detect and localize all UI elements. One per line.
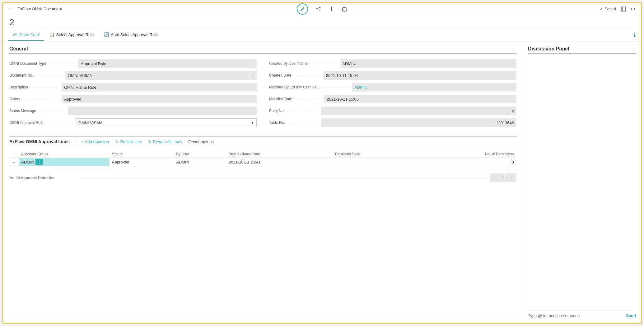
value-omni-document-type: Approval Rule ··· <box>78 59 257 68</box>
discussion-messages <box>528 59 636 310</box>
input-status-message[interactable] <box>68 106 257 115</box>
main-content: General OMNI Document Type Approval Rule… <box>3 41 641 323</box>
approver-group-link[interactable]: ADMIN <box>21 160 34 164</box>
label-modified-by: Modified By ExFlow User Na... <box>269 85 349 89</box>
row-menu-button[interactable]: ⋮ <box>35 159 43 165</box>
plus-icon: + <box>81 139 84 144</box>
field-status: Status Approved <box>9 95 257 103</box>
saved-status: ✓ Saved <box>600 7 616 11</box>
collapse-icon <box>631 7 636 12</box>
col-header-status: Status <box>110 151 174 158</box>
approval-section-title: ExFlow OMNI Approval Lines <box>9 139 75 144</box>
col-header-approver-group: Approver Group <box>19 151 110 158</box>
label-document-no: Document No. <box>9 73 63 78</box>
header-center-actions <box>297 3 347 15</box>
form-col-right: Created By User Name ADMIN Created Date … <box>269 59 516 130</box>
edit-button[interactable] <box>297 3 308 15</box>
bottom-value-wrap: 1 ··· <box>490 173 516 182</box>
input-description[interactable]: OMNI Visma Rule <box>62 83 257 92</box>
table-header-row: Approver Group Status By User Status Cha… <box>9 151 516 158</box>
field-table-no: Table No. 12013646 <box>269 118 516 127</box>
label-modified-date: Modified Date <box>269 97 322 101</box>
input-status[interactable]: Approved <box>62 95 257 103</box>
cell-status: Approved <box>110 158 174 166</box>
approval-table: Approver Group Status By User Status Cha… <box>9 151 516 166</box>
field-description: Description OMNI Visma Rule <box>9 83 257 92</box>
col-header-no-of-reminders: No. of Reminders <box>418 151 516 158</box>
cell-by-user: ADMIN <box>174 158 226 166</box>
fewer-options-button[interactable]: Fewer options <box>188 139 214 144</box>
table-row: → ADMIN ⋮ Approved ADMIN 2021-10-11 15:4… <box>9 158 516 166</box>
input-document-no[interactable]: OMNI VISMA <box>65 71 249 80</box>
field-created-date: Created Date 2021-10-11 15:04 <box>269 71 516 80</box>
value-entry-no: 2 <box>321 106 516 115</box>
add-approver-button[interactable]: + Add Approver <box>81 139 109 144</box>
row-arrow-cell: → <box>9 158 19 166</box>
field-modified-date: Modified Date 2021-10-11 15:05 <box>269 95 516 103</box>
field-modified-by: Modified By ExFlow User Na... ADMIN <box>269 83 516 92</box>
value-document-no: OMNI VISMA ··· <box>65 71 257 80</box>
bottom-approval-hits-row: No Of Approval Rule Hits 1 ··· <box>9 170 516 182</box>
auto-select-icon: 🔄 <box>104 32 109 37</box>
value-modified-date: 2021-10-11 15:05 <box>324 95 516 103</box>
delete-icon <box>342 6 347 12</box>
field-omni-document-type: OMNI Document Type Approval Rule ··· <box>9 59 257 68</box>
label-created-date: Created Date <box>269 73 321 78</box>
delete-button[interactable] <box>342 6 347 12</box>
mention-input[interactable] <box>528 313 623 318</box>
ellipsis-document-no[interactable]: ··· <box>249 71 257 80</box>
field-omni-approval-rule: OMNI Approval Rule OMNI VISMA ▼ <box>9 118 257 127</box>
col-header-status-change-date: Status Chage Date <box>226 151 333 158</box>
share-icon <box>315 6 321 12</box>
info-icon[interactable]: ℹ <box>634 31 636 38</box>
field-entry-no: Entry No. 2 <box>269 106 516 115</box>
send-button[interactable]: Send <box>626 313 636 318</box>
label-status-message: Status Message <box>9 109 66 113</box>
discussion-panel-title: Discussion Panel <box>528 46 636 54</box>
page-title: ExFlow OMNI Document <box>17 7 62 11</box>
form-col-left: OMNI Document Type Approval Rule ··· Doc… <box>9 59 257 130</box>
check-icon: ✓ <box>600 7 603 11</box>
collapse-button[interactable] <box>631 7 636 12</box>
col-header-by-user: By User <box>174 151 226 158</box>
cell-approver-group: ADMIN ⋮ <box>19 158 110 166</box>
bottom-label: No Of Approval Rule Hits <box>9 176 78 180</box>
restart-all-lines-button[interactable]: ↻ Restart All Lines <box>148 139 182 144</box>
open-card-icon: 🗃 <box>13 32 17 37</box>
label-entry-no: Entry No. <box>269 109 319 113</box>
ellipsis-omni-document-type[interactable]: ··· <box>249 59 257 68</box>
header: ← ExFlow OMNI Document <box>3 3 641 15</box>
label-created-by: Created By User Name <box>269 61 337 66</box>
discussion-panel: Discussion Panel Send <box>523 41 641 323</box>
left-panel: General OMNI Document Type Approval Rule… <box>3 41 523 323</box>
bottom-dots <box>80 178 488 178</box>
document-number: 2 <box>3 15 641 29</box>
restart-line-button[interactable]: ↻ Restart Line <box>115 139 142 144</box>
label-status: Status <box>9 97 59 101</box>
label-description: Description <box>9 85 59 89</box>
label-omni-document-type: OMNI Document Type <box>9 61 76 66</box>
approval-lines-section: ExFlow OMNI Approval Lines + Add Approve… <box>9 136 516 182</box>
approval-section-header: ExFlow OMNI Approval Lines + Add Approve… <box>9 136 516 147</box>
field-status-message: Status Message <box>9 106 257 115</box>
expand-button[interactable] <box>621 7 626 12</box>
back-button[interactable]: ← <box>8 6 14 12</box>
tab-select-approval-rule[interactable]: 📋 Select Approval Rule <box>44 29 99 41</box>
select-omni-approval-rule[interactable]: OMNI VISMA <box>76 118 257 127</box>
value-table-no: 12013646 <box>321 118 516 127</box>
value-modified-by: ADMIN <box>352 83 516 92</box>
select-wrapper-omni-approval-rule: OMNI VISMA ▼ <box>76 118 257 127</box>
svg-rect-8 <box>621 7 626 11</box>
restart-all-icon: ↻ <box>148 139 152 144</box>
row-arrow-icon: → <box>12 160 16 164</box>
share-button[interactable] <box>315 6 321 12</box>
tabs-bar: 🗃 Open Card 📋 Select Approval Rule 🔄 Aut… <box>3 29 641 41</box>
bottom-ellipsis-button[interactable]: ··· <box>509 173 516 182</box>
tab-open-card[interactable]: 🗃 Open Card <box>8 29 44 41</box>
add-button[interactable] <box>329 6 334 12</box>
tab-auto-select-approval-rule[interactable]: 🔄 Auto Select Approval Rule <box>99 29 163 41</box>
input-omni-document-type[interactable]: Approval Rule <box>78 59 249 68</box>
general-section-title: General <box>9 46 516 54</box>
value-created-date: 2021-10-11 15:04 <box>324 71 516 80</box>
discussion-input-area: Send <box>528 310 636 318</box>
